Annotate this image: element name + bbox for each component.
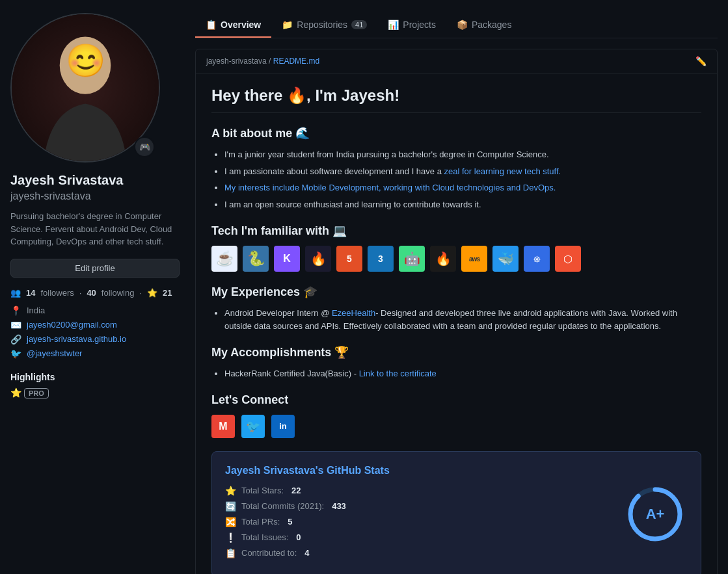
email-item: ✉️ jayesh0200@gmail.com xyxy=(10,320,180,330)
sidebar: 😊 🎮 Jayesh Srivastava jayesh-srivastava … xyxy=(10,13,180,574)
grade-ring: A+ xyxy=(626,485,684,543)
star-icon: ⭐ xyxy=(147,288,157,298)
ezeehealth-link[interactable]: EzeeHealth xyxy=(332,308,375,318)
location-text: India xyxy=(27,306,45,315)
experience-item: Android Developer Intern @ EzeeHealth- D… xyxy=(224,307,701,332)
stats-grade-chart: A+ xyxy=(623,482,688,547)
total-commits-value: 433 xyxy=(332,501,346,511)
readme-header: jayesh-srivastava / README.md ✏️ xyxy=(196,49,717,73)
tech-section-title: Tech I'm familiar with 💻 xyxy=(211,224,701,238)
total-stars-value: 22 xyxy=(291,486,301,495)
profile-username: jayesh-srivastava xyxy=(10,190,180,202)
link-icon: 🔗 xyxy=(10,334,21,345)
readme-body: Hey there 🔥, I'm Jayesh! A bit about me … xyxy=(196,73,717,574)
gmail-icon[interactable]: M xyxy=(211,415,235,438)
meta-list: 📍 India ✉️ jayesh0200@gmail.com 🔗 jayesh… xyxy=(10,306,180,359)
total-prs-row: 🔀 Total PRs: 5 xyxy=(225,517,623,527)
about-section-title: A bit about me 🌊 xyxy=(211,126,701,140)
twitter-connect-icon[interactable]: 🐦 xyxy=(241,415,265,438)
tab-packages-label: Packages xyxy=(472,20,511,30)
total-issues-label: Total Issues: xyxy=(241,532,288,542)
total-issues-row: ❕ Total Issues: 0 xyxy=(225,532,623,543)
kubernetes-icon: ⎈ xyxy=(524,246,550,272)
avatar-badge: 🎮 xyxy=(134,137,155,157)
highlights-title: Highlights xyxy=(10,372,180,382)
website-link[interactable]: jayesh-srivastava.github.io xyxy=(27,334,126,344)
svg-text:😊: 😊 xyxy=(66,42,106,80)
total-commits-label: Total Commits (2021): xyxy=(241,501,324,511)
tab-overview[interactable]: 📋 Overview xyxy=(195,13,271,38)
issues-row-icon: ❕ xyxy=(225,532,236,543)
list-item: I'm a junior year student from India pur… xyxy=(224,148,701,161)
firebase-icon: 🔥 xyxy=(305,246,331,272)
packages-icon: 📦 xyxy=(457,20,468,30)
firebase2-icon: 🔥 xyxy=(430,246,456,272)
contributed-icon: 📋 xyxy=(225,548,236,558)
edit-profile-button[interactable]: Edit profile xyxy=(10,259,180,278)
readme-file-link[interactable]: README.md xyxy=(273,57,319,66)
avatar-wrap: 😊 🎮 xyxy=(10,13,160,163)
tab-projects-label: Projects xyxy=(403,20,436,30)
android-icon: 🤖 xyxy=(399,246,425,272)
python-icon: 🐍 xyxy=(243,246,269,272)
profile-bio: Pursuing bachelor's degree in Computer S… xyxy=(10,210,180,248)
tab-repos-label: Repositories xyxy=(297,20,347,30)
stars-link[interactable]: 21 xyxy=(163,288,172,298)
certificate-link[interactable]: Link to the certificate xyxy=(359,369,437,378)
repo-name: jayesh-srivastava xyxy=(206,57,267,66)
docker-icon: 🐳 xyxy=(492,246,519,272)
kotlin-icon: K xyxy=(274,246,300,272)
twitter-item: 🐦 @jayeshstwter xyxy=(10,348,180,359)
total-stars-label: Total Stars: xyxy=(241,486,284,495)
highlights-star-icon: ⭐ xyxy=(10,387,21,398)
accomplishments-section-title: My Accomplishments 🏆 xyxy=(211,345,701,359)
total-issues-value: 0 xyxy=(296,532,301,542)
overview-icon: 📋 xyxy=(206,20,217,30)
top-nav: 📋 Overview 📁 Repositories 41 📊 Projects … xyxy=(195,13,718,38)
css-icon: 3 xyxy=(368,246,394,272)
edit-readme-icon[interactable]: ✏️ xyxy=(695,56,707,66)
stats-card: Jayesh Srivastava's GitHub Stats ⭐ Total… xyxy=(211,451,701,575)
followers-link[interactable]: 14 xyxy=(26,288,35,298)
readme-main-title: Hey there 🔥, I'm Jayesh! xyxy=(211,86,701,113)
grade-text: A+ xyxy=(646,506,665,523)
readme-path: jayesh-srivastava / README.md xyxy=(206,57,319,66)
git-icon: ⬡ xyxy=(555,246,581,272)
stats-title: Jayesh Srivastava's GitHub Stats xyxy=(225,465,623,476)
total-prs-label: Total PRs: xyxy=(241,517,280,527)
tab-repositories[interactable]: 📁 Repositories 41 xyxy=(271,13,377,38)
email-icon: ✉️ xyxy=(10,320,21,330)
projects-icon: 📊 xyxy=(388,20,399,30)
about-list: I'm a junior year student from India pur… xyxy=(211,148,701,211)
pro-badge: PRO xyxy=(24,388,49,398)
twitter-link[interactable]: @jayeshstwter xyxy=(27,348,82,358)
website-item: 🔗 jayesh-srivastava.github.io xyxy=(10,334,180,345)
repos-icon: 📁 xyxy=(282,20,293,30)
highlights-pro: ⭐ PRO xyxy=(10,387,180,398)
accomplishment-item: HackerRank Certified Java(Basic) - Link … xyxy=(224,367,701,380)
contributed-row: 📋 Contributed to: 4 xyxy=(225,548,623,558)
tab-packages[interactable]: 📦 Packages xyxy=(446,13,522,38)
stats-left: Jayesh Srivastava's GitHub Stats ⭐ Total… xyxy=(225,465,623,564)
connect-icons: M 🐦 in xyxy=(211,415,701,438)
following-link[interactable]: 40 xyxy=(87,288,96,298)
main-area: 📋 Overview 📁 Repositories 41 📊 Projects … xyxy=(195,13,718,574)
tab-projects[interactable]: 📊 Projects xyxy=(377,13,446,38)
twitter-icon: 🐦 xyxy=(10,348,21,359)
experience-section-title: My Experiences 🎓 xyxy=(211,285,701,299)
location-icon: 📍 xyxy=(10,306,21,316)
readme-card: jayesh-srivastava / README.md ✏️ Hey the… xyxy=(195,49,718,574)
total-commits-row: 🔄 Total Commits (2021): 433 xyxy=(225,501,623,512)
linkedin-icon[interactable]: in xyxy=(271,415,295,438)
location-item: 📍 India xyxy=(10,306,180,316)
prs-row-icon: 🔀 xyxy=(225,517,236,527)
tab-overview-label: Overview xyxy=(221,20,261,30)
total-stars-row: ⭐ Total Stars: 22 xyxy=(225,486,623,496)
email-link[interactable]: jayesh0200@gmail.com xyxy=(27,320,117,330)
html-icon: 5 xyxy=(336,246,362,272)
highlights-section: Highlights ⭐ PRO xyxy=(10,372,180,398)
follow-stats: 👥 14 followers · 40 following · ⭐ 21 xyxy=(10,288,180,298)
tech-icons: ☕ 🐍 K 🔥 5 3 🤖 🔥 aws 🐳 ⎈ ⬡ xyxy=(211,246,701,272)
accomplishments-list: HackerRank Certified Java(Basic) - Link … xyxy=(211,367,701,380)
java-icon: ☕ xyxy=(211,246,237,272)
